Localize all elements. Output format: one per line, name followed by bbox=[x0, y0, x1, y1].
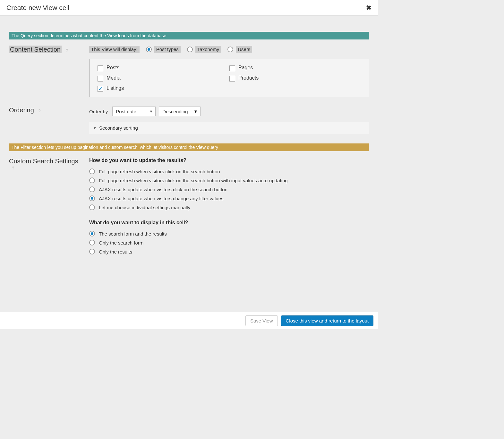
checkbox-label: Pages bbox=[238, 65, 253, 71]
radio-label-text: Users bbox=[236, 46, 252, 53]
display-type-row: This View will display: Post types Taxon… bbox=[89, 46, 369, 53]
checkbox-icon[interactable] bbox=[229, 76, 235, 82]
radio-icon[interactable] bbox=[146, 47, 152, 52]
radio-label-text: Full page refresh when visitors click on… bbox=[99, 169, 220, 174]
post-types-box: Posts Pages Media Products bbox=[89, 59, 369, 97]
help-icon[interactable]: ? bbox=[37, 108, 42, 114]
radio-icon[interactable] bbox=[89, 240, 95, 245]
radio-icon[interactable] bbox=[89, 204, 95, 210]
save-button[interactable]: Save View bbox=[245, 315, 278, 326]
radio-label-text: Full page refresh when visitors click on… bbox=[99, 178, 288, 183]
checkbox-label: Products bbox=[238, 75, 259, 81]
order-by-label: Order by bbox=[89, 109, 108, 114]
radio-icon[interactable] bbox=[89, 168, 95, 174]
display-cell-question: What do you want to display in this cell… bbox=[89, 220, 369, 226]
display-type-label: This View will display: bbox=[89, 46, 140, 53]
secondary-sort-toggle[interactable]: ▼ Secondary sorting bbox=[89, 122, 369, 134]
radio-label-text: Taxonomy bbox=[195, 46, 221, 53]
radio-icon[interactable] bbox=[89, 249, 95, 254]
checkbox-label: Media bbox=[107, 75, 121, 81]
checkbox-label: Posts bbox=[107, 65, 119, 71]
order-by-row: Order by Post date ▼ Descending ▼ bbox=[89, 107, 369, 116]
radio-icon[interactable] bbox=[89, 177, 95, 183]
section-content-selection: Content Selection ? This View will displ… bbox=[9, 46, 369, 97]
radio-label-text: Post types bbox=[154, 46, 181, 53]
radio-form-only[interactable]: Only the search form bbox=[89, 240, 369, 245]
radio-icon[interactable] bbox=[89, 186, 95, 192]
radio-label-text: Let me choose individual settings manual… bbox=[99, 205, 190, 210]
secondary-sort-label: Secondary sorting bbox=[99, 125, 138, 131]
update-results-options: Full page refresh when visitors click on… bbox=[89, 168, 369, 210]
radio-form-and-results[interactable]: The search form and the results bbox=[89, 231, 369, 237]
select-value: Descending bbox=[162, 109, 188, 114]
query-banner: The Query section determines what conten… bbox=[9, 32, 369, 39]
checkbox-listings[interactable]: Listings bbox=[98, 85, 229, 91]
checkbox-pages[interactable]: Pages bbox=[229, 65, 361, 71]
order-direction-select[interactable]: Descending ▼ bbox=[159, 107, 201, 116]
checkbox-media[interactable]: Media bbox=[98, 75, 229, 81]
custom-search-heading: Custom Search Settings bbox=[9, 158, 78, 165]
radio-label-text: AJAX results update when visitors change… bbox=[99, 196, 224, 201]
radio-label-text: The search form and the results bbox=[99, 231, 167, 237]
ordering-heading: Ordering bbox=[9, 107, 34, 114]
help-icon[interactable]: ? bbox=[11, 166, 16, 171]
close-return-button[interactable]: Close this view and return to the layout bbox=[281, 315, 373, 326]
radio-icon[interactable] bbox=[227, 47, 233, 52]
radio-results-only[interactable]: Only the results bbox=[89, 249, 369, 254]
checkbox-icon[interactable] bbox=[98, 65, 103, 71]
radio-ajax-click[interactable]: AJAX results update when visitors click … bbox=[89, 186, 369, 192]
radio-label-text: AJAX results update when visitors click … bbox=[99, 187, 227, 192]
checkbox-icon[interactable] bbox=[98, 86, 103, 92]
select-value: Post date bbox=[116, 109, 136, 114]
content-selection-heading: Content Selection bbox=[9, 46, 62, 53]
checkbox-products[interactable]: Products bbox=[229, 75, 361, 81]
order-by-select[interactable]: Post date ▼ bbox=[112, 107, 156, 116]
update-results-question: How do you want to update the results? bbox=[89, 158, 369, 163]
section-custom-search: Custom Search Settings ? How do you want… bbox=[9, 158, 369, 264]
radio-full-refresh-auto[interactable]: Full page refresh when visitors click on… bbox=[89, 177, 369, 183]
checkbox-icon[interactable] bbox=[229, 65, 235, 71]
radio-post-types[interactable]: Post types bbox=[146, 46, 181, 53]
checkbox-posts[interactable]: Posts bbox=[98, 65, 229, 71]
radio-icon[interactable] bbox=[89, 195, 95, 201]
radio-taxonomy[interactable]: Taxonomy bbox=[187, 46, 221, 53]
radio-ajax-change[interactable]: AJAX results update when visitors change… bbox=[89, 195, 369, 201]
section-ordering: Ordering ? Order by Post date ▼ Descendi… bbox=[9, 107, 369, 134]
radio-label-text: Only the results bbox=[99, 249, 132, 254]
checkbox-label: Listings bbox=[107, 85, 124, 91]
radio-users[interactable]: Users bbox=[227, 46, 252, 53]
modal-body: The Query section determines what conten… bbox=[0, 16, 378, 299]
display-cell-options: The search form and the results Only the… bbox=[89, 231, 369, 254]
chevron-down-icon: ▼ bbox=[149, 109, 153, 113]
checkbox-icon[interactable] bbox=[98, 76, 103, 82]
caret-down-icon: ▼ bbox=[93, 126, 97, 130]
radio-manual[interactable]: Let me choose individual settings manual… bbox=[89, 204, 369, 210]
radio-full-refresh[interactable]: Full page refresh when visitors click on… bbox=[89, 168, 369, 174]
modal-footer: Save View Close this view and return to … bbox=[0, 312, 378, 329]
chevron-down-icon: ▼ bbox=[193, 109, 198, 114]
modal-header: Create new View cell ✖ bbox=[0, 0, 378, 16]
modal-title: Create new View cell bbox=[6, 4, 69, 12]
close-icon[interactable]: ✖ bbox=[366, 4, 372, 12]
help-icon[interactable]: ? bbox=[64, 48, 70, 53]
radio-icon[interactable] bbox=[89, 231, 95, 237]
radio-icon[interactable] bbox=[187, 47, 193, 52]
radio-label-text: Only the search form bbox=[99, 240, 143, 245]
filter-banner: The Filter section lets you set up pagin… bbox=[9, 143, 369, 151]
